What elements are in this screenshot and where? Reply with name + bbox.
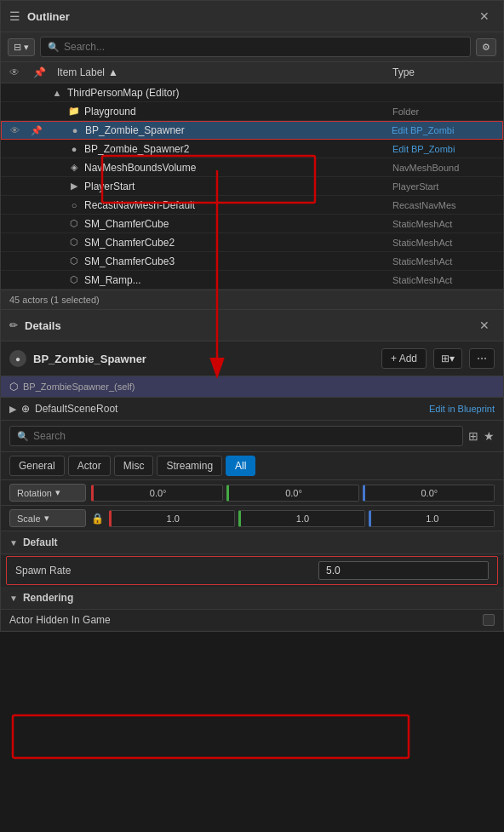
item-icon: ⬡ xyxy=(67,255,81,267)
item-name: Playground xyxy=(84,106,389,118)
list-item[interactable]: ▲ ThirdPersonMap (Editor) xyxy=(1,83,503,102)
outliner-close-button[interactable]: ✕ xyxy=(474,8,495,25)
filter-dropdown-icon: ▾ xyxy=(24,42,29,53)
tab-actor[interactable]: Actor xyxy=(68,456,111,476)
outliner-title: Outliner xyxy=(27,10,467,23)
item-name: RecastNavMesh-Default xyxy=(84,199,389,211)
rendering-section-header[interactable]: ▼ Rendering xyxy=(1,587,503,610)
item-name: SM_Ramp... xyxy=(84,274,389,286)
details-title: Details xyxy=(25,319,467,332)
section-title: Default xyxy=(23,536,58,548)
actor-hidden-checkbox[interactable] xyxy=(483,614,495,626)
item-icon: ▲ xyxy=(50,88,64,98)
outliner-icon: ☰ xyxy=(9,9,20,23)
search-icon: 🔍 xyxy=(48,42,60,53)
details-header: ✏ Details ✕ xyxy=(1,310,503,341)
list-item[interactable]: ⬡ SM_ChamferCube StaticMeshAct xyxy=(1,215,503,233)
item-icon: ⬡ xyxy=(67,218,81,229)
item-type: Edit BP_Zombi xyxy=(392,144,495,154)
blueprint-label: BP_ZombieSpawner_(self) xyxy=(23,382,495,392)
item-icon: 📁 xyxy=(67,106,81,117)
scale-lock-icon[interactable]: 🔒 xyxy=(91,513,104,525)
scene-root-row: ▶ ⊕ DefaultSceneRoot Edit in Blueprint xyxy=(1,398,503,421)
blueprint-icon: ⬡ xyxy=(9,381,18,393)
scene-root-expand-icon: ▶ xyxy=(9,404,16,415)
rotation-row: Rotation ▾ 0.0° 0.0° 0.0° xyxy=(1,480,503,506)
list-item[interactable]: ⬡ SM_ChamferCube3 StaticMeshAct xyxy=(1,252,503,271)
item-name: BP_Zombie_Spawner xyxy=(85,124,388,136)
tab-streaming[interactable]: Streaming xyxy=(157,456,222,476)
item-icon: ⬡ xyxy=(67,274,81,285)
scale-values: 1.0 1.0 1.0 xyxy=(109,510,495,527)
outliner-search-box[interactable]: 🔍 xyxy=(40,37,471,57)
spawn-rate-label: Spawn Rate xyxy=(15,565,318,577)
label-column-header[interactable]: Item Label ▲ xyxy=(57,66,386,78)
rotation-z-value[interactable]: 0.0° xyxy=(363,485,495,502)
list-item[interactable]: 👁 📌 ● BP_Zombie_Spawner Edit BP_Zombi xyxy=(1,121,503,140)
scale-x-value[interactable]: 1.0 xyxy=(109,510,235,527)
outliner-toolbar: ⊟ ▾ 🔍 ⚙ xyxy=(1,32,503,62)
tab-misc[interactable]: Misc xyxy=(114,456,154,476)
list-item[interactable]: ◈ NavMeshBoundsVolume NavMeshBound xyxy=(1,158,503,177)
item-icon: ● xyxy=(68,125,82,135)
scale-y-value[interactable]: 1.0 xyxy=(238,510,364,527)
item-name: SM_ChamferCube3 xyxy=(84,255,389,267)
visibility-icon: 👁 xyxy=(10,125,27,135)
scale-row: Scale ▾ 🔒 1.0 1.0 1.0 xyxy=(1,506,503,531)
details-close-button[interactable]: ✕ xyxy=(474,317,495,334)
type-column-header: Type xyxy=(392,66,495,78)
settings-button[interactable]: ⚙ xyxy=(476,38,496,56)
scale-dropdown-icon: ▾ xyxy=(44,513,49,524)
blueprint-row: ⬡ BP_ZombieSpawner_(self) xyxy=(1,376,503,398)
layout-button[interactable]: ⊞▾ xyxy=(433,348,462,369)
item-icon: ○ xyxy=(67,200,81,210)
add-button[interactable]: + Add xyxy=(381,348,427,369)
list-item[interactable]: ▶ PlayerStart PlayerStart xyxy=(1,177,503,196)
item-type: Folder xyxy=(392,106,495,117)
scale-z-value[interactable]: 1.0 xyxy=(369,510,495,527)
object-icon: ● xyxy=(9,350,26,367)
rotation-y-value[interactable]: 0.0° xyxy=(226,485,358,502)
list-item[interactable]: 📁 Playground Folder xyxy=(1,102,503,121)
settings-icon: ⚙ xyxy=(482,42,490,53)
item-icon: ⬡ xyxy=(67,237,81,248)
item-type: Edit BP_Zombi xyxy=(392,125,494,135)
details-panel: ✏ Details ✕ ● BP_Zombie_Spawner + Add ⊞▾… xyxy=(0,310,504,632)
filter-button[interactable]: ⊟ ▾ xyxy=(8,38,35,56)
rotation-x-value[interactable]: 0.0° xyxy=(91,485,223,502)
scale-dropdown[interactable]: Scale ▾ xyxy=(9,509,86,527)
outliner-search-input[interactable] xyxy=(64,41,463,53)
list-item[interactable]: ⬡ SM_ChamferCube2 StaticMeshAct xyxy=(1,233,503,252)
details-tabs-row: General Actor Misc Streaming All xyxy=(1,452,503,480)
details-pencil-icon: ✏ xyxy=(9,319,18,331)
outliner-panel: ☰ Outliner ✕ ⊟ ▾ 🔍 ⚙ 👁 📌 Item Label ▲ Ty… xyxy=(0,0,504,310)
item-type: RecastNavMes xyxy=(392,200,495,210)
details-search-box[interactable]: 🔍 xyxy=(9,426,463,446)
pin-icon: 📌 xyxy=(31,125,48,136)
spawn-rate-value[interactable]: 5.0 xyxy=(318,561,489,580)
default-section-header[interactable]: ▼ Default xyxy=(1,531,503,554)
item-type: StaticMeshAct xyxy=(392,219,495,229)
scene-root-icon-shape: ⊕ xyxy=(21,403,30,415)
grid-view-icon[interactable]: ⊞ xyxy=(468,429,478,443)
list-item[interactable]: ● BP_Zombie_Spawner2 Edit BP_Zombi xyxy=(1,140,503,158)
outliner-status-bar: 45 actors (1 selected) xyxy=(1,290,503,309)
item-name: SM_ChamferCube2 xyxy=(84,237,389,249)
outliner-column-header: 👁 📌 Item Label ▲ Type xyxy=(1,62,503,83)
tab-general[interactable]: General xyxy=(9,456,65,476)
list-item[interactable]: ⬡ SM_Ramp... StaticMeshAct xyxy=(1,271,503,290)
visibility-column-icon: 👁 xyxy=(9,66,26,78)
details-search-input[interactable] xyxy=(33,430,455,442)
item-type: StaticMeshAct xyxy=(392,256,495,267)
rotation-dropdown[interactable]: Rotation ▾ xyxy=(9,484,86,502)
item-icon: ● xyxy=(67,144,81,154)
actor-hidden-label: Actor Hidden In Game xyxy=(9,614,483,626)
favorites-icon[interactable]: ★ xyxy=(484,429,495,443)
list-item[interactable]: ○ RecastNavMesh-Default RecastNavMes xyxy=(1,196,503,215)
item-type: StaticMeshAct xyxy=(392,275,495,285)
tab-all[interactable]: All xyxy=(226,456,255,476)
rotation-dropdown-icon: ▾ xyxy=(55,487,60,498)
item-name: BP_Zombie_Spawner2 xyxy=(84,143,389,155)
edit-blueprint-link[interactable]: Edit in Blueprint xyxy=(429,404,495,414)
extra-button[interactable]: ⋯ xyxy=(469,348,495,369)
